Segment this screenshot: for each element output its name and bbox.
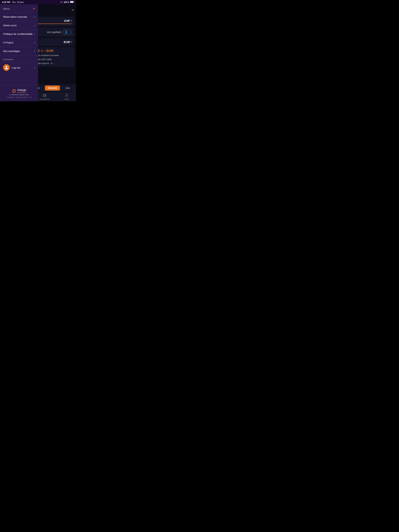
menu-politique-chevron: › (34, 33, 35, 35)
menu-item-reservation[interactable]: Réservation monnaie › (0, 13, 38, 21)
footer-copyright-text: Copyright © - Migros change - V 1.0 (3, 96, 35, 98)
menu-alerte-chevron: › (34, 24, 35, 27)
menu-avantages-chevron: › (34, 50, 35, 53)
menu-footer: change MIGROS La référence depuis 1961 C… (0, 85, 38, 101)
menu-reservation-chevron: › (34, 16, 35, 18)
logout-chevron: › (34, 66, 35, 69)
menu-close-button[interactable]: × (33, 7, 35, 11)
svg-point-9 (6, 66, 7, 68)
agences-icon (43, 94, 46, 98)
nav-agences[interactable]: Nos agences (39, 94, 50, 100)
tab-semaine[interactable]: Semaine (45, 85, 60, 90)
footer-migros-text: MIGROS (17, 92, 26, 93)
menu-item-politique[interactable]: Politique de confidentialité › (0, 30, 38, 38)
menu-avantages-label: Nos avantages (3, 50, 20, 53)
svg-point-8 (66, 94, 67, 95)
connexion-section-label: Connexion (0, 56, 38, 62)
chf-chevron: ▾ (71, 20, 72, 22)
svg-rect-5 (43, 95, 46, 97)
nav-profil-label: Profil (64, 98, 69, 100)
sidebar-menu: Menu × Réservation monnaie › Alerte cour… (0, 0, 38, 101)
menu-alerte-label: Alerte cours (3, 24, 17, 27)
menu-header: Menu × (0, 4, 38, 13)
cours-label: ours appliqué (47, 31, 61, 33)
wifi-icon (60, 1, 63, 3)
profil-icon (65, 94, 68, 98)
menu-title: Menu (3, 7, 10, 10)
menu-item-alerte[interactable]: Alerte cours › (0, 21, 38, 30)
svg-rect-7 (45, 95, 45, 96)
menu-politique-label: Politique de confidentialité (3, 32, 32, 35)
footer-change-text: change (17, 89, 26, 92)
chf-label: CHF (64, 19, 70, 22)
menu-item-apropos[interactable]: A Propos › (0, 38, 38, 47)
eur-label: EUR (64, 40, 70, 44)
menu-reservation-label: Réservation monnaie (3, 15, 27, 18)
user-icon: 👤 (65, 31, 68, 33)
status-date: Ven. 20 janv. (12, 1, 24, 3)
eur-selector[interactable]: EUR ▾ (64, 40, 72, 44)
dash-text: - (69, 31, 70, 33)
svg-rect-1 (70, 1, 73, 3)
status-time: 4:32 PM (2, 1, 10, 3)
user-badge[interactable]: 👤 - (63, 30, 72, 34)
svg-rect-6 (44, 95, 44, 96)
logout-label: Log out (12, 66, 20, 69)
nav-agences-label: Nos agences (39, 98, 50, 100)
footer-since-text: La référence depuis 1961 (3, 94, 35, 96)
menu-apropos-chevron: › (34, 41, 35, 44)
tab-jour[interactable]: Jour (60, 85, 75, 90)
footer-logo-icon (12, 89, 16, 93)
battery-text: 100 % (64, 1, 69, 3)
svg-rect-2 (74, 2, 74, 2)
status-bar: 4:32 PM Ven. 20 janv. 100 % (0, 0, 76, 4)
nav-profil[interactable]: Profil (64, 94, 69, 100)
eur-chevron: ▾ (71, 41, 72, 43)
logout-item[interactable]: Log out › (0, 62, 38, 73)
chf-selector[interactable]: CHF ▾ (64, 19, 72, 22)
menu-item-avantages[interactable]: Nos avantages › (0, 47, 38, 56)
user-avatar (3, 64, 10, 71)
menu-apropos-label: A Propos (3, 41, 13, 44)
hamburger-icon[interactable]: ≡ (71, 8, 74, 12)
battery-icon (70, 1, 74, 3)
